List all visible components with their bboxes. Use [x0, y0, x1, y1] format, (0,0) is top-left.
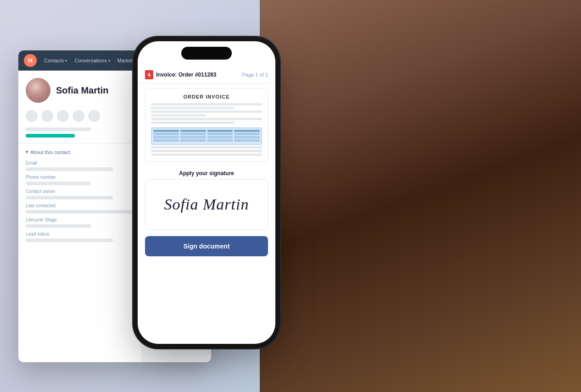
table-cell-11: [207, 139, 233, 142]
skeleton-bar-green: [26, 134, 75, 138]
owner-label: Contact owner: [26, 189, 134, 194]
lead-status-label: Lead status: [26, 232, 134, 237]
table-cell-3: [207, 133, 233, 135]
table-cell-10: [180, 139, 206, 142]
table-cell-h4: [234, 130, 260, 132]
action-icon-3[interactable]: [57, 110, 69, 122]
apply-signature-label: Apply your signature: [138, 166, 275, 179]
email-label: Email: [26, 160, 134, 166]
phone-value-skeleton: [26, 182, 91, 185]
person-photo: [260, 0, 581, 392]
table-cell-8: [234, 136, 260, 138]
inv-line-3: [151, 110, 262, 113]
owner-value-skeleton: [26, 196, 113, 199]
inv-bottom-1: [151, 146, 262, 149]
action-icons: [26, 110, 134, 122]
phone-notch: [181, 47, 232, 60]
invoice-title: Invoice: Order #011283: [156, 72, 216, 78]
invoice-lines: [151, 103, 262, 124]
chevron-down-icon: ▾: [65, 59, 67, 63]
table-cell-9: [153, 139, 179, 142]
table-row-2: [153, 136, 260, 138]
inv-bottom-2: [151, 150, 262, 152]
inv-line-5: [151, 118, 262, 120]
divider-1: [18, 143, 142, 144]
table-cell-1: [153, 133, 179, 135]
nav-contacts[interactable]: Contacts ▾: [44, 58, 67, 63]
table-row-1: [153, 133, 260, 135]
invoice-preview-title: ORDER INVOICE: [151, 94, 262, 99]
contact-header: Sofia Martin: [26, 78, 134, 103]
table-cell-h2: [180, 130, 206, 132]
last-contacted-label: Last contacted: [26, 203, 134, 208]
nav-conversations[interactable]: Conversations ▾: [74, 58, 110, 63]
table-row-3: [153, 139, 260, 142]
email-value-skeleton: [26, 167, 113, 171]
invoice-icon: A: [145, 70, 153, 79]
table-cell-h1: [153, 130, 179, 132]
hubspot-logo: H: [24, 54, 37, 67]
phone-content: A Invoice: Order #011283 Page 1 of 2 ORD…: [138, 41, 275, 344]
last-contacted-skeleton: [26, 210, 134, 214]
invoice-title-row: A Invoice: Order #011283: [145, 70, 216, 79]
table-cell-5: [153, 136, 179, 138]
phone-header: A Invoice: Order #011283 Page 1 of 2: [138, 66, 275, 83]
table-cell-4: [234, 133, 260, 135]
signature-area[interactable]: Sofia Martin: [145, 179, 268, 230]
page-count: Page 1 of 2: [242, 72, 268, 77]
inv-bottom-3: [151, 154, 262, 156]
inv-line-4: [151, 114, 207, 116]
chevron-down-icon: ▾: [108, 59, 110, 63]
chevron-right-icon: ▾: [26, 149, 28, 155]
table-cell-2: [180, 133, 206, 135]
signature-text: Sofia Martin: [164, 196, 249, 213]
crm-sidebar: Sofia Martin ▾ About this contact Email …: [18, 71, 142, 362]
lifecycle-label: Lifecycle Stage: [26, 217, 134, 222]
action-icon-2[interactable]: [41, 110, 53, 122]
table-cell-12: [234, 139, 260, 142]
invoice-preview: ORDER INVOICE: [145, 88, 268, 162]
sign-document-button[interactable]: Sign document: [145, 236, 268, 256]
table-cell-6: [180, 136, 206, 138]
lifecycle-skeleton: [26, 224, 91, 228]
skeleton-bar-1: [26, 127, 91, 131]
avatar-image: [26, 78, 50, 103]
about-contact[interactable]: ▾ About this contact: [26, 149, 134, 155]
action-icon-5[interactable]: [88, 110, 100, 122]
table-cell-h3: [207, 130, 233, 132]
table-cell-7: [207, 136, 233, 138]
inv-line-6: [151, 121, 235, 124]
table-header-row: [153, 130, 260, 132]
inv-line-2: [151, 107, 235, 109]
phone-label: Phone number: [26, 175, 134, 180]
invoice-table: [151, 127, 262, 145]
action-icon-1[interactable]: [26, 110, 38, 122]
phone-frame: A Invoice: Order #011283 Page 1 of 2 ORD…: [138, 41, 275, 344]
action-icon-4[interactable]: [73, 110, 84, 122]
inv-line-1: [151, 103, 262, 105]
lead-status-skeleton: [26, 238, 113, 242]
contact-name: Sofia Martin: [56, 85, 108, 96]
avatar: [26, 78, 50, 103]
